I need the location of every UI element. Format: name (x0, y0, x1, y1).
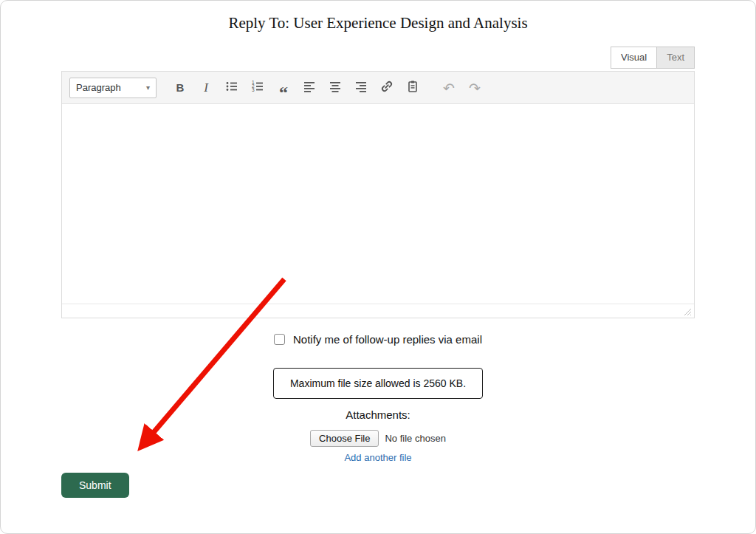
chevron-down-icon: ▾ (146, 83, 150, 92)
align-left-icon (303, 80, 316, 95)
align-center-button[interactable] (324, 77, 346, 99)
resize-handle[interactable] (684, 308, 692, 316)
editor-statusbar (62, 304, 694, 318)
content-column: Visual Text Paragraph ▾ B I 123 (61, 47, 695, 498)
choose-file-button[interactable]: Choose File (310, 430, 379, 447)
tab-text[interactable]: Text (656, 47, 695, 69)
page-title: Reply To: User Experience Design and Ana… (1, 1, 755, 32)
paragraph-dropdown[interactable]: Paragraph ▾ (69, 78, 157, 98)
editor-toolbar: Paragraph ▾ B I 123 “ (62, 72, 694, 104)
align-right-button[interactable] (350, 77, 372, 99)
paragraph-dropdown-label: Paragraph (76, 82, 121, 93)
notify-row: Notify me of follow-up replies via email (61, 333, 695, 346)
paste-as-text-button[interactable] (402, 77, 424, 99)
submit-row: Submit (61, 473, 695, 498)
bullet-list-button[interactable] (221, 77, 243, 99)
add-another-file-link[interactable]: Add another file (344, 452, 411, 463)
editor-content[interactable] (62, 104, 694, 304)
bullet-list-icon (225, 80, 238, 95)
align-center-icon (329, 80, 342, 95)
file-upload-row: Choose File No file chosen (61, 430, 695, 447)
italic-button[interactable]: I (195, 77, 217, 99)
notify-checkbox[interactable] (274, 334, 285, 345)
editor-mode-tabs: Visual Text (61, 47, 695, 69)
numbered-list-button[interactable]: 123 (247, 77, 269, 99)
attachments-label: Attachments: (61, 408, 695, 421)
align-right-icon (354, 80, 368, 95)
undo-button[interactable]: ↶ (438, 77, 460, 99)
redo-button[interactable]: ↷ (464, 77, 486, 99)
blockquote-button[interactable]: “ (272, 77, 295, 99)
notify-label[interactable]: Notify me of follow-up replies via email (293, 333, 482, 346)
insert-link-button[interactable] (376, 77, 398, 99)
file-status-text: No file chosen (385, 433, 445, 444)
clipboard-icon (406, 80, 419, 95)
align-left-button[interactable] (298, 77, 320, 99)
submit-button[interactable]: Submit (61, 473, 129, 498)
bold-button[interactable]: B (169, 77, 191, 99)
tab-visual[interactable]: Visual (611, 47, 656, 69)
max-file-size-notice: Maximum file size allowed is 2560 KB. (273, 368, 483, 399)
rich-text-editor: Paragraph ▾ B I 123 “ (61, 71, 695, 318)
numbered-list-icon: 123 (251, 80, 264, 95)
add-another-file-row: Add another file (61, 451, 695, 464)
svg-text:3: 3 (252, 87, 255, 92)
reply-form-page: Reply To: User Experience Design and Ana… (0, 0, 756, 534)
link-icon (380, 80, 394, 95)
